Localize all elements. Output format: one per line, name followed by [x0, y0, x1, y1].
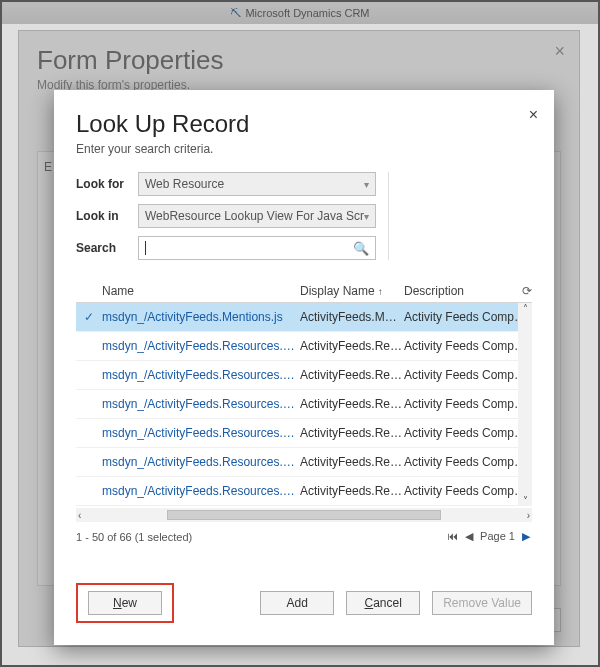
add-button[interactable]: Add [260, 591, 334, 615]
scroll-thumb[interactable] [167, 510, 440, 520]
row-check-icon: ✓ [76, 310, 102, 324]
cancel-button[interactable]: Cancel [346, 591, 420, 615]
look-in-select[interactable]: WebResource Lookup View For Java Scr▾ [138, 204, 376, 228]
table-row[interactable]: msdyn_/ActivityFeeds.Resources.102…Activ… [76, 448, 532, 477]
row-name[interactable]: msdyn_/ActivityFeeds.Resources.102… [102, 426, 300, 440]
look-for-label: Look for [76, 177, 138, 191]
table-row[interactable]: msdyn_/ActivityFeeds.Resources.102…Activ… [76, 361, 532, 390]
lookup-record-dialog: × Look Up Record Enter your search crite… [54, 90, 554, 645]
row-display-name: ActivityFeeds.Re… [300, 484, 404, 498]
row-name[interactable]: msdyn_/ActivityFeeds.Resources.102… [102, 484, 300, 498]
row-display-name: ActivityFeeds.Re… [300, 368, 404, 382]
chevron-down-icon: ▾ [364, 179, 369, 190]
grid-body: ˄˅ ✓msdyn_/ActivityFeeds.Mentions.jsActi… [76, 303, 532, 506]
scroll-left-icon[interactable]: ‹ [78, 510, 81, 521]
row-name[interactable]: msdyn_/ActivityFeeds.Resources.108… [102, 339, 300, 353]
table-row[interactable]: ✓msdyn_/ActivityFeeds.Mentions.jsActivit… [76, 303, 532, 332]
horizontal-scrollbar[interactable]: ‹› [76, 508, 532, 522]
row-description: Activity Feeds Component [404, 455, 532, 469]
pager-page-label: Page 1 [480, 530, 515, 542]
table-row[interactable]: msdyn_/ActivityFeeds.Resources.108…Activ… [76, 332, 532, 361]
row-description: Activity Feeds Component [404, 368, 532, 382]
row-display-name: ActivityFeeds.Re… [300, 339, 404, 353]
row-name[interactable]: msdyn_/ActivityFeeds.Resources.102… [102, 455, 300, 469]
table-row[interactable]: msdyn_/ActivityFeeds.Resources.102…Activ… [76, 419, 532, 448]
chevron-down-icon: ▾ [364, 211, 369, 222]
look-in-value: WebResource Lookup View For Java Scr [145, 209, 364, 223]
look-for-select[interactable]: Web Resource▾ [138, 172, 376, 196]
table-row[interactable]: msdyn_/ActivityFeeds.Resources.102…Activ… [76, 477, 532, 506]
row-display-name: ActivityFeeds.M… [300, 310, 404, 324]
row-description: Activity Feeds Component [404, 397, 532, 411]
look-in-label: Look in [76, 209, 138, 223]
search-input[interactable]: 🔍 [138, 236, 376, 260]
vertical-scrollbar[interactable]: ˄˅ [518, 303, 532, 506]
sort-asc-icon: ↑ [378, 286, 383, 297]
row-name[interactable]: msdyn_/ActivityFeeds.Resources.102… [102, 368, 300, 382]
lookup-filters: Look for Web Resource▾ Look in WebResour… [76, 172, 389, 260]
scroll-down-icon[interactable]: ˅ [523, 495, 528, 506]
col-display-name[interactable]: Display Name↑ [300, 284, 404, 298]
row-display-name: ActivityFeeds.Re… [300, 455, 404, 469]
row-display-name: ActivityFeeds.Re… [300, 426, 404, 440]
search-label: Search [76, 241, 138, 255]
row-display-name: ActivityFeeds.Re… [300, 397, 404, 411]
grid-header: Name Display Name↑ Description ⟳ [76, 280, 532, 303]
scroll-up-icon[interactable]: ˄ [523, 303, 528, 314]
scroll-right-icon[interactable]: › [527, 510, 530, 521]
pager-next-icon[interactable]: ▶ [522, 530, 530, 542]
row-description: Activity Feeds Component [404, 310, 532, 324]
dialog-subtitle: Enter your search criteria. [76, 142, 532, 156]
table-row[interactable]: msdyn_/ActivityFeeds.Resources.102…Activ… [76, 390, 532, 419]
pager-first-icon[interactable]: ⏮ [447, 530, 458, 542]
col-description[interactable]: Description [404, 284, 518, 298]
row-name[interactable]: msdyn_/ActivityFeeds.Resources.102… [102, 397, 300, 411]
new-button-highlight: New [76, 583, 174, 623]
col-name[interactable]: Name [102, 284, 300, 298]
refresh-icon[interactable]: ⟳ [522, 284, 532, 298]
dialog-close-icon[interactable]: × [529, 106, 538, 124]
row-description: Activity Feeds Component [404, 426, 532, 440]
grid-pager: 1 - 50 of 66 (1 selected) ⏮ ◀ Page 1 ▶ [76, 530, 532, 543]
row-description: Activity Feeds Component [404, 484, 532, 498]
row-description: Activity Feeds Component [404, 339, 532, 353]
look-for-value: Web Resource [145, 177, 224, 191]
row-name[interactable]: msdyn_/ActivityFeeds.Mentions.js [102, 310, 300, 324]
remove-value-button: Remove Value [432, 591, 532, 615]
new-button[interactable]: New [88, 591, 162, 615]
dialog-title: Look Up Record [76, 110, 532, 138]
pager-prev-icon[interactable]: ◀ [465, 530, 473, 542]
results-grid: Name Display Name↑ Description ⟳ ˄˅ ✓msd… [76, 280, 532, 543]
record-count: 1 - 50 of 66 (1 selected) [76, 531, 192, 543]
search-icon[interactable]: 🔍 [353, 241, 369, 256]
